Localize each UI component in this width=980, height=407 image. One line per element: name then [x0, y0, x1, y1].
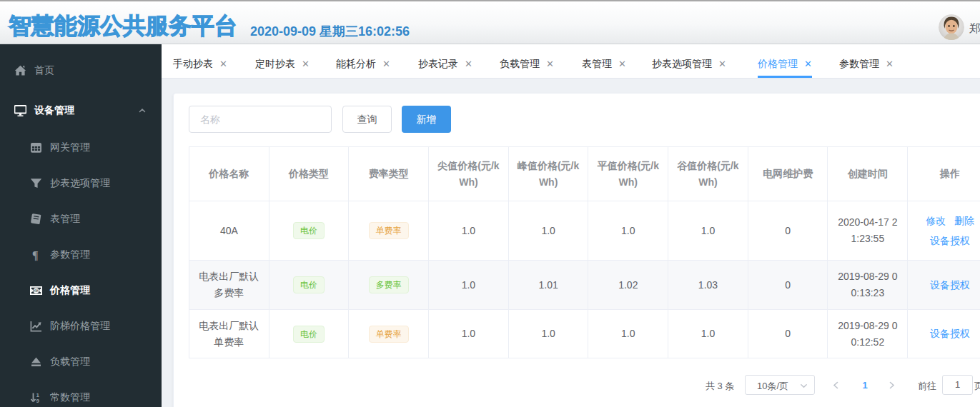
svg-text:0: 0 — [35, 288, 38, 293]
svg-text:9: 9 — [36, 398, 40, 404]
svg-text:¶: ¶ — [32, 249, 39, 261]
